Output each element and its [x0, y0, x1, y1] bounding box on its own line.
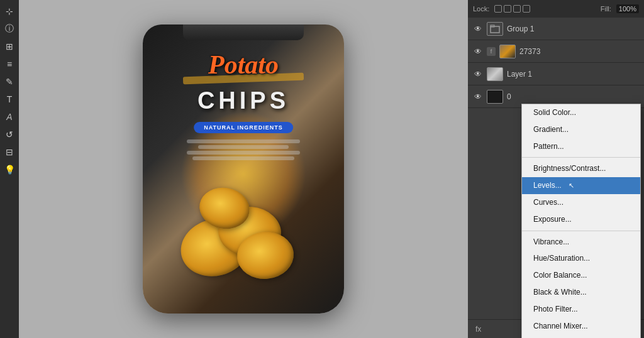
cursor-indicator: ↖	[569, 182, 574, 189]
tool-info[interactable]: ⓘ	[2, 21, 17, 36]
menu-item-photo-filter[interactable]: Photo Filter...	[522, 301, 640, 318]
layer-name-27373: 27373	[519, 47, 639, 56]
menu-item-exposure[interactable]: Exposure...	[522, 211, 640, 228]
menu-item-hue-saturation[interactable]: Hue/Saturation...	[522, 250, 640, 267]
fill-label: Fill:	[601, 5, 611, 13]
brand-text: Potato	[208, 50, 279, 80]
tool-type[interactable]: T	[2, 92, 17, 107]
text-line-4	[192, 156, 294, 160]
small-text-area	[187, 138, 300, 162]
chips-image	[168, 169, 319, 295]
layer-thumbnail-group1	[487, 22, 503, 36]
badge-text: NATURAL INGREDIENTS	[194, 122, 293, 133]
menu-item-solid-color[interactable]: Solid Color...	[522, 104, 640, 121]
tool-layers-icon[interactable]: ≡	[2, 57, 17, 72]
visibility-icon-layer1[interactable]: 👁	[473, 69, 483, 79]
layer-row-layer1[interactable]: 👁 Layer 1	[468, 63, 644, 85]
tool-grid2[interactable]: ⊟	[2, 144, 17, 160]
text-line-1	[187, 139, 300, 143]
chip-bag: Potato CHIPS NATURAL INGREDIENTS	[143, 25, 344, 313]
layer-name-group1: Group 1	[507, 25, 639, 33]
tool-type-alt[interactable]: A	[2, 109, 17, 124]
layer-row-27373[interactable]: 👁 f 27373	[468, 40, 644, 63]
menu-item-color-lookup[interactable]: Color Lookup...	[522, 334, 640, 338]
left-toolbar: ⊹ ⓘ ⊞ ≡ ✎ T A ↺ ⊟ 💡	[0, 0, 19, 338]
artboard-lock-icon[interactable]	[513, 5, 521, 13]
context-menu: Solid Color... Gradient... Pattern... Br…	[521, 104, 641, 338]
position-lock-icon[interactable]	[504, 5, 511, 13]
tool-light[interactable]: 💡	[2, 162, 17, 177]
layer-thumbnail-layer1	[487, 67, 503, 81]
menu-item-pattern[interactable]: Pattern...	[522, 138, 640, 155]
layer-thumbnail-27373	[499, 45, 516, 58]
menu-item-levels[interactable]: Levels... ↖	[522, 177, 640, 194]
lock-label: Lock:	[473, 5, 489, 13]
tool-pen[interactable]: ✎	[2, 74, 17, 89]
text-line-3	[187, 151, 300, 155]
menu-item-color-balance[interactable]: Color Balance...	[522, 267, 640, 284]
layer-name-0: 0	[507, 92, 639, 101]
app-window: ⊹ ⓘ ⊞ ≡ ✎ T A ↺ ⊟ 💡 Potato CHIPS NATURAL…	[0, 0, 644, 338]
layers-panel: 👁 Group 1 👁 f 27373 👁 Layer 1	[468, 18, 644, 108]
fx-badge-27373: f	[487, 47, 496, 56]
menu-separator-1	[522, 157, 640, 158]
menu-item-brightness-contrast[interactable]: Brightness/Contrast...	[522, 160, 640, 177]
menu-separator-2	[522, 231, 640, 231]
layer-name-layer1: Layer 1	[507, 70, 639, 79]
tool-move[interactable]: ⊹	[2, 4, 17, 19]
bag-seal	[183, 25, 304, 40]
fx-button[interactable]: fx	[473, 324, 484, 335]
menu-item-black-white[interactable]: Black & White...	[522, 284, 640, 301]
layer-thumbnail-0	[487, 90, 503, 104]
visibility-icon-27373[interactable]: 👁	[473, 46, 483, 57]
fill-value: 100%	[616, 4, 639, 13]
visibility-icon-0[interactable]: 👁	[473, 92, 483, 102]
menu-item-channel-mixer[interactable]: Channel Mixer...	[522, 318, 640, 335]
visibility-icon-group1[interactable]: 👁	[473, 24, 483, 34]
lock-icon[interactable]	[494, 5, 502, 13]
menu-item-vibrance[interactable]: Vibrance...	[522, 234, 640, 251]
top-toolbar: Lock: Fill: 100%	[468, 0, 644, 18]
chip-bag-image: Potato CHIPS NATURAL INGREDIENTS	[143, 25, 344, 313]
product-text: CHIPS	[197, 87, 289, 114]
text-line-2	[198, 145, 289, 149]
tool-grid[interactable]: ⊞	[2, 39, 17, 54]
all-lock-icon[interactable]	[523, 5, 530, 13]
canvas-area: Potato CHIPS NATURAL INGREDIENTS	[19, 0, 468, 338]
menu-item-curves[interactable]: Curves...	[522, 194, 640, 211]
right-panel: Lock: Fill: 100% 👁 Group 1 👁	[468, 0, 644, 338]
tool-undo[interactable]: ↺	[2, 127, 17, 142]
layer-row-group1[interactable]: 👁 Group 1	[468, 18, 644, 40]
menu-item-gradient[interactable]: Gradient...	[522, 121, 640, 138]
